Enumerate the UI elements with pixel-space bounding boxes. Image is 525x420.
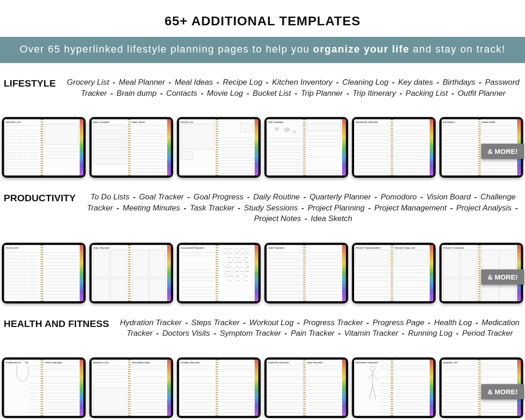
section-items: Grocery List - Meal Planner - Meal Ideas… xyxy=(65,77,521,99)
thumb-page-title: PAIN TRACKER xyxy=(307,362,341,364)
template-thumbnail[interactable]: PASSWORD TRACKER xyxy=(352,117,436,177)
svg-point-0 xyxy=(370,366,375,371)
rainbow-tabs-icon xyxy=(167,119,171,175)
thumb-page-title: PROGRESS PAGE xyxy=(132,362,166,364)
thumb-page-title: MEAL IDEAS xyxy=(132,121,166,123)
thumb-page-title: TO DO LISTS xyxy=(6,247,39,249)
thumb-page-title: PROJECT MANAGEMENT xyxy=(356,247,389,249)
rainbow-tabs-icon xyxy=(255,360,258,415)
rainbow-tabs-icon xyxy=(342,245,346,301)
more-badge: & MORE! xyxy=(481,384,524,399)
template-thumbnail[interactable]: CHALLENGE TRACKER xyxy=(177,243,261,303)
template-thumbnail[interactable]: VITAMIN TRACKER xyxy=(177,357,261,418)
template-thumbnail[interactable]: PROGRESS TRACKER xyxy=(352,357,436,418)
thumb-page-title: RECIPE LOG xyxy=(181,121,214,123)
thumb-page-title: SYMPTOM TRACKER xyxy=(268,362,302,364)
rainbow-tabs-icon xyxy=(167,245,171,301)
thumb-page-title: WORKOUT LOG xyxy=(93,362,127,364)
rainbow-tabs-icon xyxy=(430,360,433,415)
more-badge: & MORE! xyxy=(481,269,524,285)
template-thumbnail[interactable]: TO DO LISTS xyxy=(2,243,86,303)
rainbow-tabs-icon xyxy=(255,119,258,175)
template-thumbnail[interactable]: TASK TRACKER xyxy=(264,243,348,303)
more-badge: & MORE! xyxy=(481,144,524,159)
water-drop-icon xyxy=(17,366,29,381)
rainbow-tabs-icon xyxy=(342,119,346,175)
template-thumbnail[interactable]: TRIP PLANNER xyxy=(264,117,348,177)
template-thumbnail[interactable]: GROCERY LIST xyxy=(2,117,86,177)
template-thumbnail[interactable]: HYDRATION TRACKERSTEPS TRACKER xyxy=(2,357,86,418)
banner-post: and stay on track! xyxy=(409,43,505,55)
rainbow-tabs-icon xyxy=(167,360,171,415)
thumb-page-title: GOAL TRACKER xyxy=(93,247,127,249)
template-thumbnail[interactable]: PROJECT MANAGEMENTPROJECT ANALYSIS xyxy=(352,243,436,303)
rainbow-tabs-icon xyxy=(80,119,83,175)
thumb-page-title: PASSWORD TRACKER xyxy=(356,121,389,123)
honeycomb-icon xyxy=(223,249,251,281)
template-thumbnail[interactable]: SYMPTOM TRACKERPAIN TRACKER xyxy=(264,357,348,418)
thumb-page-title: PROJECT ANALYSIS xyxy=(395,247,428,249)
thumb-page-title: BRAIN DUMP xyxy=(482,121,516,123)
rainbow-tabs-icon xyxy=(80,360,83,415)
thumbs-row: TO DO LISTSGOAL TRACKERCHALLENGE TRACKER… xyxy=(0,224,525,303)
template-thumbnail[interactable]: WORKOUT LOGPROGRESS PAGE xyxy=(89,357,173,418)
section-label: HEALTH AND FITNESS xyxy=(4,317,109,329)
template-thumbnail[interactable]: PROJECT PLANNING& MORE! xyxy=(439,243,523,303)
thumbs-row: GROCERY LISTMEAL PLANNERMEAL IDEASRECIPE… xyxy=(0,99,525,177)
section-label: PRODUCTIVITY xyxy=(4,192,76,204)
banner-pre: Over 65 hyperlinked lifestyle planning p… xyxy=(20,43,313,55)
template-thumbnail[interactable]: RECIPE LOG xyxy=(177,117,261,177)
banner-bold: organize your life xyxy=(313,43,409,55)
thumb-page-title: MEAL PLANNER xyxy=(93,121,127,123)
rainbow-tabs-icon xyxy=(430,119,433,175)
banner: Over 65 hyperlinked lifestyle planning p… xyxy=(0,37,525,63)
thumb-page-title: CHALLENGE TRACKER xyxy=(181,247,214,249)
thumb-page-title: BIRTHDAYS xyxy=(443,121,477,123)
thumb-page-title: GROCERY LIST xyxy=(6,121,39,123)
rainbow-tabs-icon xyxy=(430,245,433,301)
template-thumbnail[interactable]: BIRTHDAYSBRAIN DUMP& MORE! xyxy=(439,117,523,177)
thumb-page-title: TRIP PLANNER xyxy=(268,121,302,123)
page-title: 65+ ADDITIONAL TEMPLATES xyxy=(0,14,525,29)
section-items: To Do Lists - Goal Tracker - Goal Progre… xyxy=(85,192,521,224)
rainbow-tabs-icon xyxy=(255,245,258,301)
rainbow-tabs-icon xyxy=(80,245,83,301)
section-items: Hydration Tracker - Steps Tracker - Work… xyxy=(118,317,521,339)
thumb-page-title: PROJECT PLANNING xyxy=(443,247,477,249)
template-thumbnail[interactable]: GOAL TRACKER xyxy=(89,243,173,303)
thumb-page-title: TASK TRACKER xyxy=(268,247,302,249)
body-diagram-icon xyxy=(363,365,382,402)
thumb-page-title: STEPS TRACKER xyxy=(45,362,78,364)
rainbow-tabs-icon xyxy=(342,360,346,415)
world-map-icon xyxy=(271,124,299,135)
thumb-page-title: VITAMIN TRACKER xyxy=(181,362,214,364)
thumbs-row: HYDRATION TRACKERSTEPS TRACKERWORKOUT LO… xyxy=(0,339,525,418)
section-label: LIFESTYLE xyxy=(4,77,56,89)
thumb-page-title: RUNNING LOG xyxy=(443,362,477,364)
template-thumbnail[interactable]: RUNNING LOG& MORE! xyxy=(439,357,523,418)
thumb-page-title: PROGRESS TRACKER xyxy=(356,362,389,364)
template-thumbnail[interactable]: MEAL PLANNERMEAL IDEAS xyxy=(89,117,173,177)
